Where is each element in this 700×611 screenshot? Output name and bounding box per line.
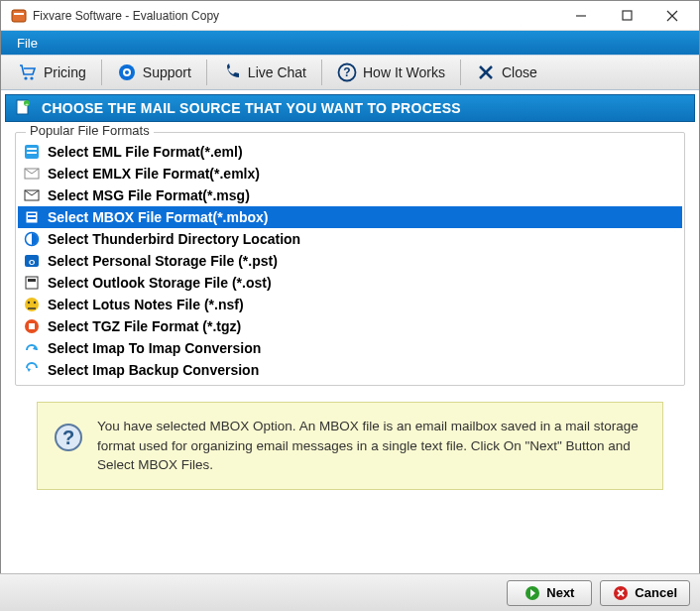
toolbar-label: Live Chat: [248, 64, 306, 80]
formats-legend: Popular File Formats: [26, 123, 154, 138]
format-label: Select EML File Format(*.eml): [48, 144, 243, 160]
close-button[interactable]: Close: [465, 58, 548, 87]
footer: Next Cancel: [0, 573, 700, 611]
svg-point-10: [125, 70, 129, 74]
svg-rect-25: [28, 217, 36, 219]
next-label: Next: [546, 585, 574, 600]
window-title: Fixvare Software - Evaluation Copy: [33, 9, 558, 23]
content-area: Popular File Formats Select EML File For…: [1, 126, 699, 490]
next-icon: [525, 585, 540, 601]
format-item[interactable]: Select Imap Backup Conversion: [18, 359, 682, 381]
format-item[interactable]: Select Thunderbird Directory Location: [18, 228, 682, 250]
format-label: Select MSG File Format(*.msg): [48, 187, 250, 203]
info-icon: ?: [54, 423, 83, 452]
formats-fieldset: Popular File Formats Select EML File For…: [15, 132, 685, 386]
format-label: Select Thunderbird Directory Location: [48, 231, 300, 247]
toolbar-label: Support: [143, 64, 191, 80]
format-label: Select Imap To Imap Conversion: [48, 340, 261, 356]
menubar: File: [1, 31, 699, 55]
toolbar-label: Close: [502, 64, 537, 80]
next-button[interactable]: Next: [507, 580, 592, 606]
toolbar: Pricing Support Live Chat ? How It Works…: [1, 55, 699, 90]
cart-icon: [18, 62, 38, 82]
info-text: You have selected MBOX Option. An MBOX f…: [97, 417, 646, 475]
close-icon: [476, 62, 496, 82]
pricing-button[interactable]: Pricing: [7, 58, 97, 87]
format-item[interactable]: Select EMLX File Format(*.emlx): [18, 163, 682, 184]
format-label: Select TGZ File Format (*.tgz): [48, 318, 241, 334]
format-item[interactable]: Select EML File Format(*.eml): [18, 141, 682, 163]
cancel-button[interactable]: Cancel: [600, 580, 690, 606]
formats-list: Select EML File Format(*.eml)Select EMLX…: [18, 141, 682, 381]
svg-rect-0: [12, 10, 26, 22]
format-label: Select Personal Storage File (*.pst): [48, 253, 278, 269]
imap-backup-icon: [24, 362, 40, 378]
toolbar-separator: [321, 60, 322, 85]
question-icon: ?: [337, 62, 357, 82]
info-box: ? You have selected MBOX Option. An MBOX…: [37, 402, 663, 490]
toolbar-label: Pricing: [44, 64, 86, 80]
support-button[interactable]: Support: [106, 58, 202, 87]
format-label: Select Lotus Notes File (*.nsf): [48, 297, 244, 312]
menu-file[interactable]: File: [9, 34, 46, 53]
format-item[interactable]: Select Lotus Notes File (*.nsf): [18, 294, 682, 315]
phone-icon: [222, 62, 242, 82]
support-icon: [117, 62, 137, 82]
cancel-label: Cancel: [635, 585, 677, 600]
pst-icon: O: [24, 253, 40, 269]
svg-text:?: ?: [62, 427, 74, 448]
format-label: Select MBOX File Format(*.mbox): [48, 209, 268, 225]
emlx-icon: [24, 166, 40, 182]
banner-text: CHOOSE THE MAIL SOURCE THAT YOU WANT TO …: [42, 100, 461, 116]
imap-sync-icon: [24, 340, 40, 356]
nsf-icon: [24, 297, 40, 312]
format-item[interactable]: Select Imap To Imap Conversion: [18, 337, 682, 359]
svg-rect-29: [26, 277, 38, 289]
format-label: Select EMLX File Format(*.emlx): [48, 166, 260, 182]
svg-point-32: [28, 302, 30, 304]
svg-point-6: [24, 76, 27, 79]
livechat-button[interactable]: Live Chat: [211, 58, 317, 87]
svg-rect-1: [14, 13, 24, 15]
format-item[interactable]: Select MBOX File Format(*.mbox): [18, 206, 682, 228]
eml-icon: [24, 144, 40, 160]
tgz-icon: [24, 318, 40, 334]
svg-rect-35: [29, 323, 35, 329]
format-label: Select Imap Backup Conversion: [48, 362, 259, 378]
svg-rect-19: [27, 148, 37, 150]
svg-text:?: ?: [343, 65, 350, 79]
toolbar-separator: [101, 60, 102, 85]
format-label: Select Outlook Storage File (*.ost): [48, 275, 272, 291]
cancel-icon: [613, 585, 629, 601]
svg-rect-20: [27, 152, 37, 154]
mbox-icon: [24, 209, 40, 225]
minimize-button[interactable]: [558, 1, 604, 31]
svg-text:O: O: [29, 258, 35, 267]
svg-point-31: [25, 298, 39, 311]
svg-rect-24: [28, 213, 36, 215]
howitworks-button[interactable]: ? How It Works: [326, 58, 456, 87]
close-window-button[interactable]: [649, 1, 695, 31]
format-item[interactable]: Select MSG File Format(*.msg): [18, 184, 682, 206]
banner: + CHOOSE THE MAIL SOURCE THAT YOU WANT T…: [5, 94, 695, 122]
msg-icon: [24, 187, 40, 203]
format-item[interactable]: OSelect Personal Storage File (*.pst): [18, 250, 682, 272]
toolbar-separator: [206, 60, 207, 85]
svg-text:+: +: [25, 101, 29, 107]
app-icon: [11, 8, 27, 24]
svg-point-7: [30, 76, 33, 79]
titlebar: Fixvare Software - Evaluation Copy: [1, 1, 699, 31]
format-item[interactable]: Select Outlook Storage File (*.ost): [18, 272, 682, 294]
svg-rect-30: [28, 279, 36, 282]
page-icon: +: [14, 99, 32, 117]
thunderbird-icon: [24, 231, 40, 247]
svg-point-33: [34, 302, 36, 304]
maximize-button[interactable]: [604, 1, 649, 31]
svg-rect-3: [623, 11, 632, 20]
toolbar-label: How It Works: [363, 64, 445, 80]
format-item[interactable]: Select TGZ File Format (*.tgz): [18, 315, 682, 337]
ost-icon: [24, 275, 40, 291]
toolbar-separator: [460, 60, 461, 85]
